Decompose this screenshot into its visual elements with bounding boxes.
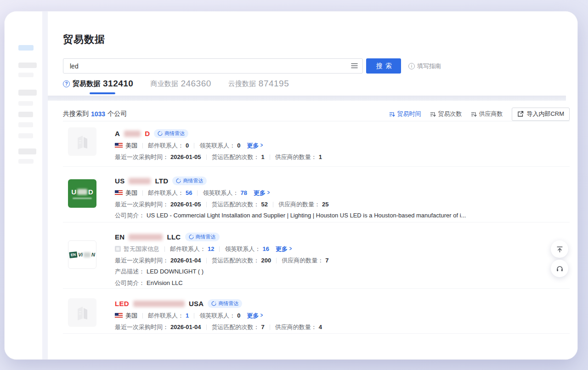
us-flag-icon <box>115 190 123 196</box>
separator <box>270 154 270 160</box>
more-link[interactable]: 更多> <box>247 142 263 149</box>
company-intro-label: 公司简介： <box>115 279 145 287</box>
sidebar-skeleton-item[interactable] <box>18 122 33 127</box>
sidebar-skeleton-item[interactable] <box>18 101 33 106</box>
country-field: 美国 <box>115 312 137 319</box>
last-purchase-label: 最近一次采购时间： <box>115 153 169 161</box>
sidebar-skeleton-item-active[interactable] <box>18 45 34 51</box>
search-input[interactable] <box>63 58 363 74</box>
back-to-top-icon <box>556 245 564 253</box>
search-button[interactable]: 搜索 <box>366 58 401 74</box>
import-crm-button[interactable]: 导入内部CRM <box>512 108 570 121</box>
radar-icon <box>176 178 181 183</box>
company-logo-placeholder <box>68 127 96 156</box>
guide-label: 填写指南 <box>417 62 441 70</box>
company-intro-label: 公司简介： <box>115 211 145 220</box>
filter-icon[interactable] <box>351 62 358 69</box>
radar-icon <box>189 234 194 239</box>
company-intro-row: 公司简介： EnVision LLC <box>115 279 570 287</box>
chevron-right-icon: > <box>267 189 270 197</box>
supplier-count-label: 供应商的数量： <box>278 200 320 208</box>
email-contacts-label: 邮件联系人： <box>148 142 184 149</box>
search-bar: 搜索 i 填写指南 <box>63 58 441 74</box>
customer-support-button[interactable] <box>551 260 568 277</box>
sidebar-skeleton-item[interactable] <box>18 112 33 117</box>
company-name[interactable]: A <box>115 130 120 137</box>
supplier-count-value: 1 <box>319 153 322 161</box>
headset-icon <box>556 265 564 273</box>
email-contacts-value[interactable]: 56 <box>186 189 192 197</box>
email-contacts-value[interactable]: 12 <box>208 245 214 253</box>
us-flag-icon <box>115 313 123 319</box>
separator <box>142 190 143 196</box>
product-desc-value: LED DOWNLIGHT ( ) <box>147 268 204 276</box>
building-icon <box>74 303 90 322</box>
product-desc-row: 产品描述： LED DOWNLIGHT ( ) <box>115 268 570 276</box>
divider <box>63 121 570 121</box>
biz-radar-badge[interactable]: 商情雷达 <box>154 129 188 138</box>
sort-trade-count[interactable]: 贸易次数 <box>430 110 462 118</box>
sort-supplier-count[interactable]: 供应商数 <box>471 110 503 118</box>
search-input-wrap <box>63 58 363 74</box>
sidebar-skeleton-item[interactable] <box>18 73 34 77</box>
tab-trade-data[interactable]: ? 贸易数据 312410 <box>63 79 133 94</box>
linkedin-contacts-value[interactable]: 16 <box>262 245 269 253</box>
more-link[interactable]: 更多> <box>247 312 263 319</box>
more-link[interactable]: 更多> <box>276 245 292 253</box>
freight-match-value: 7 <box>261 323 265 331</box>
biz-radar-badge[interactable]: 商情雷达 <box>185 233 220 241</box>
sort-trade-time[interactable]: 贸易时间 <box>389 110 421 118</box>
results-controls: 贸易时间 贸易次数 供应商数 导入内部CRM <box>389 108 570 121</box>
us-flag-icon <box>115 143 123 148</box>
separator <box>206 324 207 330</box>
separator <box>194 143 194 148</box>
email-contacts-value: 0 <box>186 142 189 149</box>
tab-business-data[interactable]: 商业数据 246360 <box>150 79 211 94</box>
chevron-right-icon: > <box>289 245 292 253</box>
email-contacts-value[interactable]: 1 <box>186 312 189 319</box>
company-name[interactable]: US <box>115 177 124 185</box>
sort-icon <box>471 111 477 117</box>
sidebar-navigation <box>5 11 42 359</box>
freight-match-label: 货运匹配的次数： <box>212 200 260 208</box>
linkedin-contacts-label: 领英联系人： <box>225 245 260 253</box>
product-desc-label: 产品描述： <box>115 268 145 276</box>
tab-label: 商业数据 <box>150 80 178 88</box>
company-name-highlight[interactable]: D <box>145 130 150 137</box>
email-contacts-label: 邮件联系人： <box>170 245 206 253</box>
separator <box>194 313 194 319</box>
linkedin-contacts-value: 0 <box>237 312 240 319</box>
sidebar-skeleton-item[interactable] <box>18 159 34 164</box>
sidebar-skeleton-item[interactable] <box>18 90 37 96</box>
company-intro-value: US LED - Commercial Light Installation a… <box>147 211 466 220</box>
linkedin-contacts-value[interactable]: 78 <box>240 189 247 197</box>
last-purchase-value: 2026-01-05 <box>170 153 201 161</box>
more-link[interactable]: 更多> <box>254 189 270 197</box>
biz-radar-badge[interactable]: 商情雷达 <box>208 299 242 308</box>
company-name[interactable]: EN <box>115 233 124 241</box>
company-name-highlight[interactable]: LED <box>115 300 129 307</box>
info-icon: i <box>408 63 415 69</box>
supplier-count-label: 供应商的数量： <box>275 323 317 331</box>
company-list-item: A D 商情雷达 美国 邮件联系人： 0 领英联系人： 0 更多 <box>63 124 570 167</box>
tab-cloud-search-data[interactable]: 云搜数据 874195 <box>228 79 289 94</box>
separator <box>273 202 273 207</box>
separator <box>219 246 220 252</box>
guide-link[interactable]: i 填写指南 <box>408 62 441 70</box>
sidebar-skeleton-item[interactable] <box>18 133 33 138</box>
supplier-count-label: 供应商的数量： <box>282 256 323 264</box>
separator <box>142 143 143 148</box>
company-name[interactable]: USA <box>189 300 204 307</box>
company-name[interactable]: LTD <box>155 177 168 185</box>
horizontal-scrollbar-track[interactable] <box>48 96 566 101</box>
biz-radar-badge[interactable]: 商情雷达 <box>172 176 207 185</box>
company-list-item: LED USA 商情雷达 美国 邮件联系人： 1 领英联系人： 0 <box>63 296 570 334</box>
last-purchase-value: 2026-01-05 <box>170 200 201 208</box>
last-purchase-label: 最近一次采购时间： <box>115 200 169 208</box>
sidebar-skeleton-item[interactable] <box>18 148 36 154</box>
company-name[interactable]: LLC <box>167 233 181 241</box>
back-to-top-button[interactable] <box>551 240 568 258</box>
radar-icon <box>158 131 163 136</box>
sidebar-skeleton-item[interactable] <box>18 63 37 68</box>
results-header: 共搜索到 1033 个公司 贸易时间 贸易次数 供应商数 <box>63 105 570 123</box>
